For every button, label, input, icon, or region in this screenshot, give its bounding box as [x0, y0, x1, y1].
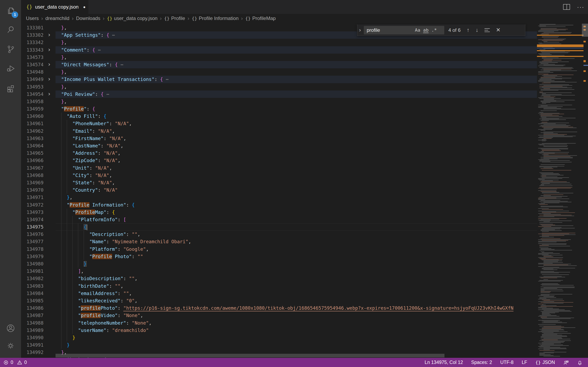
- code-line[interactable]: 134961"PhoneNumber": "N/A",: [21, 120, 537, 127]
- vertical-scrollbar-thumb[interactable]: [582, 24, 588, 37]
- code-line[interactable]: 134968"City": "N/A",: [21, 172, 537, 179]
- line-number[interactable]: 134985: [21, 297, 43, 304]
- more-actions-icon[interactable]: ···: [577, 5, 584, 9]
- line-number[interactable]: 134972: [21, 201, 43, 209]
- line-number[interactable]: 134988: [21, 319, 43, 327]
- line-number[interactable]: 134982: [21, 275, 43, 282]
- modified-dot-icon[interactable]: ●: [83, 5, 86, 9]
- line-number[interactable]: 134980: [21, 260, 43, 267]
- line-number[interactable]: 134986: [21, 304, 43, 312]
- line-number[interactable]: 134983: [21, 282, 43, 290]
- account-button[interactable]: [0, 319, 21, 338]
- run-debug-button[interactable]: [0, 59, 21, 78]
- line-number[interactable]: 134960: [21, 113, 43, 120]
- previous-match-button[interactable]: ↑: [467, 27, 470, 33]
- line-number[interactable]: 134969: [21, 179, 43, 186]
- line-number[interactable]: 134958: [21, 98, 43, 105]
- line-number[interactable]: 134964: [21, 142, 43, 150]
- code-line[interactable]: 134984"emailAddress": "",: [21, 290, 537, 297]
- line-number[interactable]: 134973: [21, 209, 43, 216]
- toggle-replace-chevron-icon[interactable]: ›: [357, 27, 363, 33]
- line-number[interactable]: 134987: [21, 312, 43, 319]
- line-number[interactable]: 134974: [21, 216, 43, 223]
- line-number[interactable]: 134992: [21, 349, 43, 356]
- line-number[interactable]: 133343: [21, 46, 43, 54]
- search-button[interactable]: [0, 20, 21, 39]
- code-line[interactable]: 133342},: [21, 39, 537, 46]
- next-match-button[interactable]: ↓: [476, 27, 479, 33]
- code-line[interactable]: 134574›"Direct Messages": { ⋯: [21, 61, 537, 68]
- horizontal-scrollbar-thumb[interactable]: [56, 354, 444, 358]
- line-number[interactable]: 134948: [21, 68, 43, 76]
- code-editor[interactable]: 133301},133302›"App Settings": { ⋯133342…: [21, 23, 588, 358]
- code-line[interactable]: 134971},: [21, 194, 537, 201]
- breadcrumb-users[interactable]: Users: [26, 16, 39, 21]
- minimap[interactable]: [537, 23, 584, 358]
- code-line[interactable]: 134963"FirstName": "N/A",: [21, 135, 537, 142]
- line-number[interactable]: 134989: [21, 327, 43, 334]
- line-number[interactable]: 134573: [21, 54, 43, 61]
- line-number[interactable]: 134978: [21, 245, 43, 253]
- line-number[interactable]: 134991: [21, 341, 43, 349]
- line-number[interactable]: 134993: [21, 356, 43, 358]
- code-line[interactable]: 134989"userName": "dreamchildo": [21, 327, 537, 334]
- eol-status[interactable]: LF: [522, 360, 527, 365]
- code-line[interactable]: 134975{: [21, 223, 537, 231]
- code-line[interactable]: 134976"Description": "",: [21, 231, 537, 238]
- fold-chevron-icon[interactable]: ›: [45, 91, 53, 98]
- line-number[interactable]: 134981: [21, 267, 43, 275]
- code-line[interactable]: 134573},: [21, 54, 537, 61]
- code-line[interactable]: 134959"Profile": {: [21, 105, 537, 113]
- language-mode-status[interactable]: {} JSON: [535, 360, 555, 365]
- code-line[interactable]: 134990}: [21, 334, 537, 341]
- breadcrumb-downloads[interactable]: Downloads: [76, 16, 100, 21]
- code-line[interactable]: 134954›"Poi Review": { ⋯: [21, 91, 537, 98]
- code-line[interactable]: 134988"telephoneNumber": "None",: [21, 319, 537, 327]
- code-line[interactable]: 134965"Address": "N/A",: [21, 150, 537, 157]
- match-case-toggle[interactable]: Aa: [415, 27, 420, 33]
- code-line[interactable]: 134948},: [21, 68, 537, 76]
- code-line[interactable]: 134985"likesReceived": "0",: [21, 297, 537, 304]
- tab-user-data-copy-json[interactable]: {} user_data copy.json ●: [21, 0, 88, 14]
- code-line[interactable]: 134986"profilePhoto": "https://p16-sign-…: [21, 304, 537, 312]
- code-line[interactable]: 134953},: [21, 83, 537, 91]
- code-line[interactable]: 134979"Profile Photo": "": [21, 253, 537, 260]
- line-number[interactable]: 134976: [21, 231, 43, 238]
- line-number[interactable]: 134970: [21, 186, 43, 194]
- close-find-button[interactable]: ✕: [496, 27, 501, 33]
- line-number[interactable]: 134949: [21, 76, 43, 83]
- line-number[interactable]: 134965: [21, 150, 43, 157]
- code-line[interactable]: 134949›"Income Plus Wallet Transactions"…: [21, 76, 537, 83]
- code-line[interactable]: 134977"Name": "Nyimeate Dreamchild Obari…: [21, 238, 537, 245]
- code-line[interactable]: 134974"PlatformInfo": [: [21, 216, 537, 223]
- line-number[interactable]: 134968: [21, 172, 43, 179]
- fold-chevron-icon[interactable]: ›: [45, 31, 53, 38]
- code-line[interactable]: 134973"ProfileMap": {: [21, 209, 537, 216]
- line-number[interactable]: 134979: [21, 253, 43, 260]
- code-line[interactable]: 134970"Country": "N/A": [21, 186, 537, 194]
- code-line[interactable]: 134983"birthDate": "",: [21, 282, 537, 290]
- line-number[interactable]: 134977: [21, 238, 43, 245]
- breadcrumb-dreamchild[interactable]: dreamchild: [45, 16, 69, 21]
- code-line[interactable]: 134960"Auto Fill": {: [21, 113, 537, 120]
- code-line[interactable]: 134969"State": "N/A",: [21, 179, 537, 186]
- cursor-position-status[interactable]: Ln 134975, Col 12: [425, 360, 463, 365]
- line-number[interactable]: 134971: [21, 194, 43, 201]
- notifications-status[interactable]: [577, 360, 583, 365]
- breadcrumb-profile[interactable]: {}Profile: [164, 16, 185, 21]
- line-number[interactable]: 134975: [21, 223, 43, 231]
- encoding-status[interactable]: UTF-8: [500, 360, 513, 365]
- code-line[interactable]: 134978"Platform": "Google",: [21, 245, 537, 253]
- code-line[interactable]: 134962"Email": "N/A",: [21, 127, 537, 135]
- code-line[interactable]: 134991}: [21, 341, 537, 349]
- code-line[interactable]: 134972"Profile Information": {: [21, 201, 537, 209]
- problems-status[interactable]: 0 0: [3, 360, 27, 365]
- line-number[interactable]: 133342: [21, 39, 43, 46]
- line-number[interactable]: 134990: [21, 334, 43, 341]
- fold-chevron-icon[interactable]: ›: [45, 46, 53, 53]
- line-number[interactable]: 134984: [21, 290, 43, 297]
- line-number[interactable]: 134963: [21, 135, 43, 142]
- code-line[interactable]: 134980}: [21, 260, 537, 267]
- code-line[interactable]: 134958},: [21, 98, 537, 105]
- split-editor-icon[interactable]: [563, 4, 570, 10]
